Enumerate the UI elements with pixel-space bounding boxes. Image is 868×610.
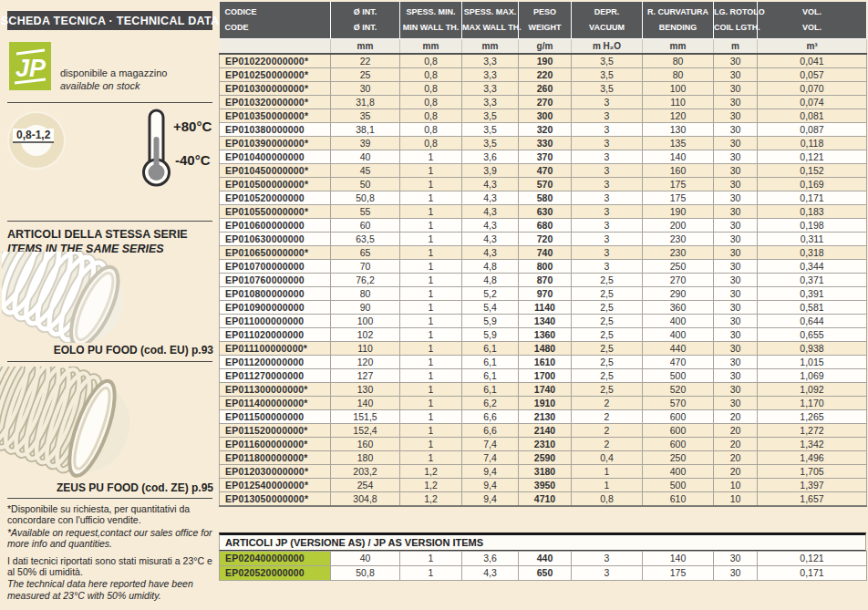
product-row: EP010250000000*250,83,32203,580300,057 [220,68,867,82]
bending-radius-cell: 230 [643,246,714,260]
min-wall-cell: 1 [400,369,462,383]
volume-cell: 0,074 [758,96,867,109]
max-wall-cell: 7,4 [462,438,519,451]
min-wall-cell: 1,2 [400,492,462,507]
min-wall-cell: 1 [400,260,462,274]
code-cell: EP011000000000 [220,315,331,328]
coil-length-cell: 30 [714,260,758,274]
volume-cell: 0,070 [758,82,867,96]
inner-diameter-cell: 45 [331,164,400,178]
page-title: SCHEDA TECNICA · TECHNICAL DATA [7,11,212,30]
as-version-section: ARTICOLI JP (VERSIONE AS) / JP AS VERSIO… [219,532,866,581]
wall-thickness-range: 0,8-1,2 [13,129,54,143]
column-header-inner-diameter: Ø INT.Ø INT. [331,2,400,39]
bending-radius-cell: 250 [643,260,714,274]
bending-radius-cell: 80 [643,54,714,68]
coil-length-cell: 30 [714,137,758,150]
weight-cell: 680 [519,219,572,233]
hose-image-eolo [2,252,150,346]
code-cell: EP010500000000* [220,178,331,191]
inner-diameter-cell: 40 [331,150,400,164]
unit-code [220,39,331,55]
max-wall-cell: 4,8 [462,260,519,274]
weight-cell: 330 [519,137,572,150]
min-wall-cell: 1 [400,233,462,246]
bending-radius-cell: 130 [643,123,714,137]
min-wall-cell: 0,8 [400,123,462,137]
bending-radius-cell: 190 [643,205,714,219]
volume-cell: 0,081 [758,109,867,123]
product-row: EP0109000000009015,411402,5360300,581 [220,301,867,315]
weight-cell: 580 [519,191,572,205]
code-cell: EP011800000000* [220,451,331,465]
weight-cell: 1480 [519,342,572,356]
volume-cell: 0,198 [758,219,867,233]
volume-cell: 0,169 [758,178,867,191]
max-wall-cell: 7,4 [462,451,519,465]
vacuum-cell: 0,4 [572,451,643,465]
volume-cell: 0,391 [758,287,867,301]
product-row: EP0108000000008015,29702,5290300,391 [220,287,867,301]
weight-cell: 1910 [519,397,572,410]
max-wall-cell: 9,4 [462,465,519,479]
coil-length-cell: 30 [714,397,758,410]
bending-radius-cell: 610 [643,492,714,507]
inner-diameter-cell: 80 [331,287,400,301]
volume-cell: 1,092 [758,383,867,397]
code-cell: EP010650000000* [220,246,331,260]
volume-cell: 1,342 [758,438,867,451]
code-cell: EP010400000000 [220,150,331,164]
vacuum-cell: 3,5 [572,54,643,68]
unit-row: mmmmmmg/mm H₂Ommmm³ [220,39,867,55]
product-row: EP010220000000*220,83,31903,580300,041 [220,54,867,68]
vacuum-cell: 1 [572,465,643,479]
vacuum-cell: 3 [572,164,643,178]
max-wall-cell: 5,4 [462,301,519,315]
product-row: EP01038000000038,10,83,53203130300,087 [220,123,867,137]
inner-diameter-cell: 127 [331,369,400,383]
product-row: EP01063000000063,514,37203230300,311 [220,233,867,246]
spec-table-container: CODICECODEØ INT.Ø INT.SPESS. MIN.MIN WAL… [219,2,866,507]
bending-radius-cell: 400 [643,328,714,342]
weight-cell: 970 [519,287,572,301]
bending-radius-cell: 175 [643,566,714,581]
inner-diameter-cell: 30 [331,82,400,96]
vacuum-cell: 2,5 [572,356,643,369]
jp-logo-icon: JP [9,42,51,90]
inner-diameter-cell: 151,5 [331,410,400,424]
weight-cell: 440 [519,552,572,566]
inner-diameter-cell: 140 [331,397,400,410]
product-row: EP0104000000004013,63703140300,121 [220,150,867,164]
volume-cell: 0,057 [758,68,867,82]
bending-radius-cell: 80 [643,68,714,82]
same-series-heading-it: ARTICOLI DELLA STESSA SERIE [7,227,188,242]
bending-radius-cell: 200 [643,219,714,233]
volume-cell: 1,272 [758,424,867,438]
vacuum-cell: 3 [572,552,643,566]
code-cell: EP020400000000 [220,552,331,566]
max-wall-cell: 6,2 [462,397,519,410]
max-wall-cell: 3,6 [462,150,519,164]
coil-length-cell: 30 [714,205,758,219]
bending-radius-cell: 500 [643,369,714,383]
inner-diameter-cell: 65 [331,246,400,260]
bending-radius-cell: 520 [643,383,714,397]
volume-cell: 0,041 [758,54,867,68]
column-header-max-wall: SPESS. MAX.MAX WALL TH. [462,2,519,39]
column-header-weight: PESOWEIGHT [519,2,572,39]
weight-cell: 370 [519,150,572,164]
temperature-max: +80°C [173,119,212,134]
product-row: EP011520000000*152,416,621402600201,272 [220,424,867,438]
column-header-vacuum: DEPR.VACUUM [572,2,643,39]
weight-cell: 2140 [519,424,572,438]
coil-length-cell: 30 [714,233,758,246]
vacuum-cell: 3 [572,109,643,123]
bending-radius-cell: 570 [643,397,714,410]
inner-diameter-cell: 180 [331,451,400,465]
code-cell: EP010300000000* [220,82,331,96]
coil-length-cell: 30 [714,191,758,205]
vacuum-cell: 3 [572,233,643,246]
code-cell: EP010380000000 [220,123,331,137]
coil-length-cell: 30 [714,82,758,96]
inner-diameter-cell: 100 [331,315,400,328]
